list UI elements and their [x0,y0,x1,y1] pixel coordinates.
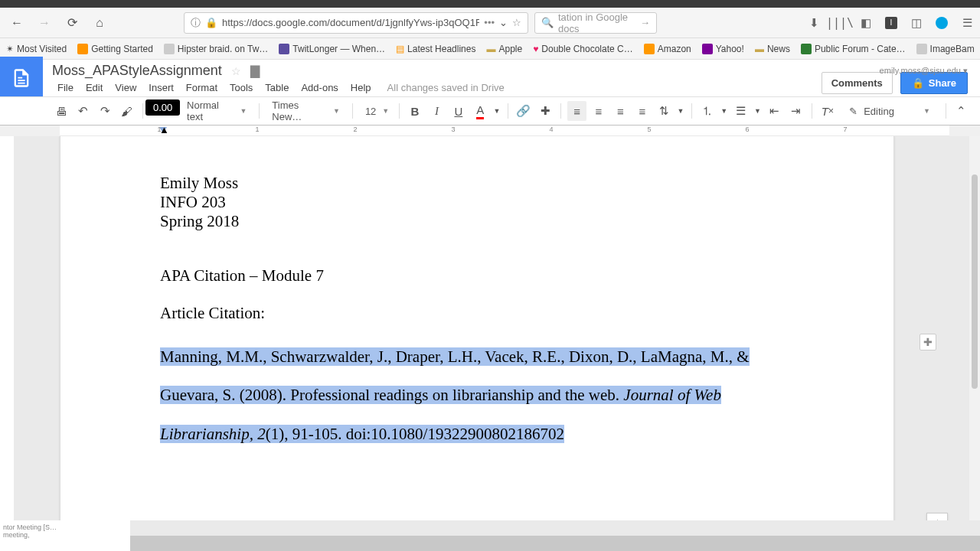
redo-icon[interactable]: ↷ [96,101,114,121]
bookmark-item[interactable]: ▤Latest Headlines [396,44,475,54]
docs-logo[interactable] [0,57,43,99]
text-line[interactable]: Spring 2018 [160,213,794,230]
print-icon[interactable]: 🖶 [52,101,70,121]
menu-tools[interactable]: Tools [224,80,258,95]
text-heading[interactable]: APA Citation – Module 7 [160,267,794,285]
text-subheading[interactable]: Article Citation: [160,305,794,322]
underline-icon[interactable]: U [449,101,468,121]
increase-indent-icon[interactable]: ⇥ [786,101,805,121]
onepassword-icon[interactable]: I [885,17,897,29]
add-comment-button[interactable]: ✚ [920,334,936,350]
menu-format[interactable]: Format [181,80,223,95]
bulleted-list-icon[interactable]: ☰ [731,101,750,121]
url-bar[interactable]: ⓘ 🔒 https://docs.google.com/document/d/1… [184,12,528,34]
lock-icon: 🔒 [205,17,217,28]
bookmark-item[interactable]: Amazon [644,44,691,54]
heart-icon: ♥ [533,44,538,54]
bookmark-item[interactable]: Getting Started [77,44,153,54]
library-icon[interactable]: |||\ [833,16,847,30]
window-icon[interactable]: ◫ [910,16,923,30]
menu-bar: File Edit View Insert Format Tools Table… [52,80,822,95]
menu-table[interactable]: Table [260,80,294,95]
ruler-mark: 1 [255,126,259,133]
align-left-icon[interactable]: ≡ [567,101,586,121]
menu-edit[interactable]: Edit [80,80,108,95]
font-dropdown[interactable]: Times New…▼ [266,101,346,121]
bookmark-item[interactable]: ▬Apple [486,44,522,54]
bookmark-item[interactable]: ✴Most Visited [6,44,67,54]
download-icon[interactable]: ⬇ [807,16,821,30]
search-box[interactable]: 🔍 tation in Google docs → [534,12,657,34]
text-line[interactable]: Emily Moss [160,174,794,192]
favicon [279,44,289,54]
scroll-thumb[interactable] [972,174,978,389]
bookmark-item[interactable]: Public Forum - Cate… [801,44,906,54]
bookmark-item[interactable]: ♥Double Chocolate C… [533,44,633,54]
yahoo-icon [702,44,713,54]
browser-toolbar: ← → ⟳ ⌂ ⓘ 🔒 https://docs.google.com/docu… [0,8,980,38]
extension-icon[interactable] [936,17,948,29]
font-size-dropdown[interactable]: 12▼ [359,101,393,121]
home-button[interactable]: ⌂ [89,12,110,34]
collapse-toolbar-icon[interactable]: ⌃ [952,101,971,121]
menu-file[interactable]: File [52,80,79,95]
selected-text[interactable]: Librarianship, 2(1), 91-105. doi:10.1080… [160,425,564,443]
user-email[interactable]: emily.moss@sjsu.edu ▾ [880,66,968,76]
bookmark-item[interactable]: Hipster braid. on Tw… [164,44,269,54]
text-line[interactable]: INFO 203 [160,194,794,211]
bookmark-item[interactable]: ▬News [755,44,790,54]
link-icon[interactable]: 🔗 [514,101,533,121]
forward-button[interactable]: → [34,12,55,34]
star-icon[interactable]: ☆ [512,17,521,28]
back-button[interactable]: ← [6,12,28,34]
comment-icon[interactable]: ✚ [536,101,554,121]
align-justify-icon[interactable]: ≡ [633,101,652,121]
line-spacing-icon[interactable]: ⇅ [655,101,673,121]
align-center-icon[interactable]: ≡ [590,101,608,121]
save-status: All changes saved in Drive [378,80,514,95]
caret-down-icon[interactable]: ▼ [720,101,728,121]
folder-icon[interactable]: ▇ [250,64,260,78]
document-title[interactable]: Moss_APAStyleAssignment [52,63,222,79]
caret-down-icon: ▼ [240,107,247,115]
caret-down-icon[interactable]: ▼ [753,101,762,121]
clear-formatting-icon[interactable]: T× [818,101,837,121]
menu-insert[interactable]: Insert [143,80,179,95]
editing-mode-dropdown[interactable]: ✎ Editing ▼ [840,101,939,121]
document-canvas[interactable]: Emily Moss INFO 203 Spring 2018 APA Cita… [14,136,969,551]
selected-text[interactable]: Guevara, S. (2008). Professional reading… [160,386,721,404]
pocket-icon[interactable]: ⌄ [499,17,508,28]
menu-addons[interactable]: Add-ons [296,80,343,95]
separator [560,103,561,119]
document-page[interactable]: Emily Moss INFO 203 Spring 2018 APA Cita… [60,136,894,551]
bookmark-item[interactable]: ImageBam [916,44,975,54]
paint-format-icon[interactable]: 🖌 [117,101,136,121]
selected-text[interactable]: Manning, M.M., Schwarzwalder, J., Draper… [160,347,750,366]
scrollbar[interactable] [969,136,980,551]
caret-down-icon[interactable]: ▼ [676,101,684,121]
decrease-indent-icon[interactable]: ⇤ [765,101,783,121]
align-right-icon[interactable]: ≡ [611,101,629,121]
menu-view[interactable]: View [109,80,142,95]
bold-icon[interactable]: B [406,101,424,121]
menu-help[interactable]: Help [345,80,377,95]
text-color-icon[interactable]: A [471,101,489,121]
docs-toolbar: 🖶 ↶ ↷ 🖌 0.00 Normal text▼ Times New…▼ 12… [0,96,980,126]
sidebar-icon[interactable]: ◧ [859,16,873,30]
caret-down-icon[interactable]: ▼ [492,101,501,121]
reload-button[interactable]: ⟳ [61,12,83,34]
star-icon[interactable]: ☆ [231,65,241,77]
separator [142,103,143,119]
menu-icon[interactable]: ☰ [960,16,974,30]
paragraph-style-dropdown[interactable]: Normal text▼ [181,101,253,121]
undo-icon[interactable]: ↶ [74,101,92,121]
ruler[interactable]: 1 1 2 3 4 5 6 7 [60,126,949,136]
separator [812,103,812,119]
ellipsis-icon[interactable]: ••• [484,17,495,28]
citation-block[interactable]: Manning, M.M., Schwarzwalder, J., Draper… [160,337,794,453]
bookmark-item[interactable]: Yahoo! [702,44,744,54]
favicon [916,44,927,54]
bookmark-item[interactable]: TwitLonger — When… [279,44,385,54]
numbered-list-icon[interactable]: ⒈ [698,101,717,121]
italic-icon[interactable]: I [427,101,446,121]
